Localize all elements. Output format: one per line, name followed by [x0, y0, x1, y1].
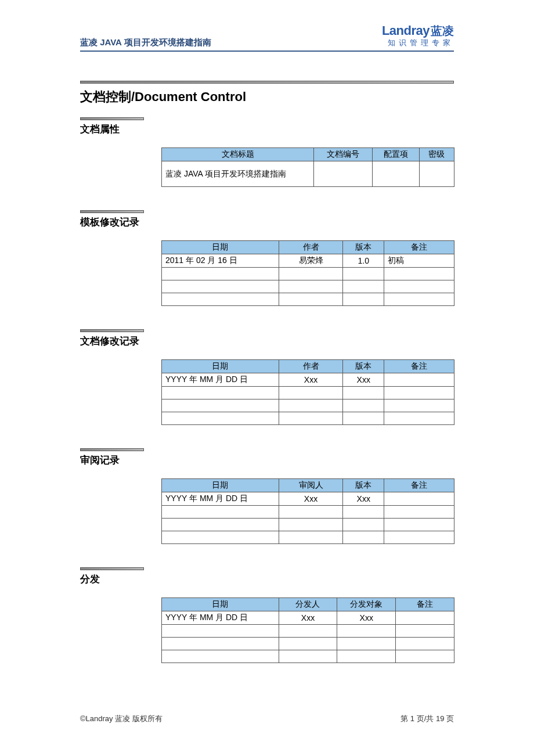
td-note — [384, 412, 454, 425]
logo-subtitle: 知识管理专家 — [382, 38, 454, 48]
td-date — [162, 387, 279, 399]
th-note: 备注 — [396, 598, 454, 611]
section-bar — [80, 567, 144, 570]
td-doc-no — [314, 161, 373, 187]
table-attributes: 文档标题 文档编号 配置项 密级 蓝凌 JAVA 项目开发环境搭建指南 — [161, 147, 454, 187]
table-row: YYYY 年 MM 月 DD 日 Xxx Xxx — [162, 492, 454, 506]
table-row — [162, 268, 454, 280]
divider-bar — [80, 81, 454, 84]
td-reviewer — [279, 531, 343, 544]
td-dist-person — [279, 650, 337, 663]
td-author — [279, 412, 343, 425]
logo-cn: 蓝凌 — [431, 24, 454, 37]
td-version — [343, 519, 384, 531]
table-header-row: 日期 作者 版本 备注 — [162, 241, 454, 254]
td-author — [279, 387, 343, 399]
td-note — [396, 638, 454, 650]
td-note — [384, 519, 454, 531]
th-version: 版本 — [343, 241, 384, 254]
td-secret — [419, 161, 454, 187]
section-title-doc-rev: 文档修改记录 — [80, 334, 454, 348]
section-bar — [80, 448, 144, 451]
section-attributes: 文档属性 文档标题 文档编号 配置项 密级 蓝凌 JAVA 项目开发环境搭建指南 — [80, 117, 454, 187]
header-title: 蓝凌 JAVA 项目开发环境搭建指南 — [80, 37, 211, 48]
td-config — [372, 161, 419, 187]
td-note: 初稿 — [384, 254, 454, 268]
td-version — [343, 268, 384, 280]
th-author: 作者 — [279, 241, 343, 254]
td-date — [162, 293, 279, 306]
td-date — [162, 650, 279, 663]
table-row — [162, 412, 454, 425]
th-dist-person: 分发人 — [279, 598, 337, 611]
th-secret: 密级 — [419, 148, 454, 161]
table-wrap: 文档标题 文档编号 配置项 密级 蓝凌 JAVA 项目开发环境搭建指南 — [161, 147, 454, 187]
th-date: 日期 — [162, 241, 279, 254]
table-wrap: 日期 审阅人 版本 备注 YYYY 年 MM 月 DD 日 Xxx Xxx — [161, 478, 454, 544]
td-author — [279, 399, 343, 412]
th-author: 作者 — [279, 360, 343, 373]
footer-copyright: ©Landray 蓝凌 版权所有 — [80, 714, 163, 724]
table-wrap: 日期 作者 版本 备注 YYYY 年 MM 月 DD 日 Xxx Xxx — [161, 359, 454, 425]
table-dist: 日期 分发人 分发对象 备注 YYYY 年 MM 月 DD 日 Xxx Xxx — [161, 597, 454, 663]
section-title-attributes: 文档属性 — [80, 123, 454, 136]
table-header-row: 文档标题 文档编号 配置项 密级 — [162, 148, 454, 161]
td-date: YYYY 年 MM 月 DD 日 — [162, 492, 279, 506]
td-date — [162, 638, 279, 650]
section-title-template-rev: 模板修改记录 — [80, 215, 454, 229]
table-row — [162, 293, 454, 306]
table-row: 2011 年 02 月 16 日 易荣烽 1.0 初稿 — [162, 254, 454, 268]
table-header-row: 日期 作者 版本 备注 — [162, 360, 454, 373]
section-review: 审阅记录 日期 审阅人 版本 备注 YYYY 年 MM 月 DD 日 Xxx X… — [80, 448, 454, 544]
td-version — [343, 280, 384, 293]
td-date — [162, 506, 279, 519]
section-template-rev: 模板修改记录 日期 作者 版本 备注 2011 年 02 月 16 日 易荣烽 … — [80, 210, 454, 306]
table-row — [162, 506, 454, 519]
table-row — [162, 638, 454, 650]
table-row: YYYY 年 MM 月 DD 日 Xxx Xxx — [162, 373, 454, 387]
td-version — [343, 399, 384, 412]
td-version — [343, 531, 384, 544]
td-note — [396, 650, 454, 663]
table-row — [162, 519, 454, 531]
td-dist-target: Xxx — [337, 611, 396, 625]
td-note — [384, 373, 454, 387]
td-note — [384, 506, 454, 519]
td-version — [343, 506, 384, 519]
table-header-row: 日期 审阅人 版本 备注 — [162, 479, 454, 492]
td-note — [384, 531, 454, 544]
table-doc-rev: 日期 作者 版本 备注 YYYY 年 MM 月 DD 日 Xxx Xxx — [161, 359, 454, 425]
logo-en: Landray — [382, 23, 430, 38]
td-version — [343, 387, 384, 399]
logo-line: Landray蓝凌 — [382, 23, 454, 39]
th-note: 备注 — [384, 479, 454, 492]
section-bar — [80, 117, 144, 120]
table-review: 日期 审阅人 版本 备注 YYYY 年 MM 月 DD 日 Xxx Xxx — [161, 478, 454, 544]
table-row — [162, 531, 454, 544]
td-version: Xxx — [343, 492, 384, 506]
td-reviewer — [279, 519, 343, 531]
table-row — [162, 625, 454, 638]
td-date — [162, 625, 279, 638]
td-reviewer — [279, 506, 343, 519]
logo-area: Landray蓝凌 知识管理专家 — [382, 23, 454, 48]
table-row — [162, 387, 454, 399]
page-header: 蓝凌 JAVA 项目开发环境搭建指南 Landray蓝凌 知识管理专家 — [80, 23, 454, 52]
td-doc-title: 蓝凌 JAVA 项目开发环境搭建指南 — [162, 161, 314, 187]
td-author — [279, 268, 343, 280]
td-version — [343, 412, 384, 425]
th-dist-target: 分发对象 — [337, 598, 396, 611]
td-dist-person: Xxx — [279, 611, 337, 625]
td-date — [162, 531, 279, 544]
section-bar — [80, 329, 144, 332]
td-date: YYYY 年 MM 月 DD 日 — [162, 373, 279, 387]
td-date: YYYY 年 MM 月 DD 日 — [162, 611, 279, 625]
th-reviewer: 审阅人 — [279, 479, 343, 492]
td-author — [279, 293, 343, 306]
td-reviewer: Xxx — [279, 492, 343, 506]
td-version: 1.0 — [343, 254, 384, 268]
table-wrap: 日期 分发人 分发对象 备注 YYYY 年 MM 月 DD 日 Xxx Xxx — [161, 597, 454, 663]
td-dist-person — [279, 638, 337, 650]
td-note — [384, 492, 454, 506]
td-date: 2011 年 02 月 16 日 — [162, 254, 279, 268]
